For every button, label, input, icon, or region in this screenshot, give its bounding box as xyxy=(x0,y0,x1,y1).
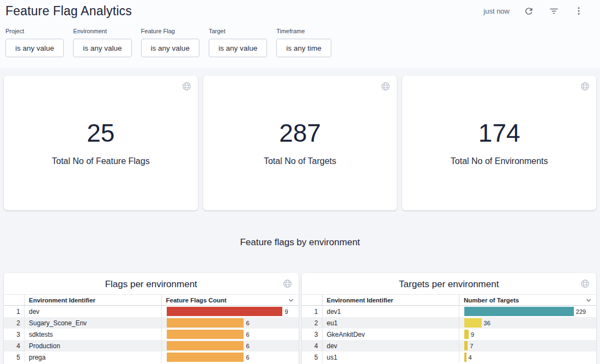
table-row: 3GkeAnkitDev9 xyxy=(302,329,597,340)
table-row: 2eu136 xyxy=(302,317,597,329)
table-body: 1dev92Sugary_Scone_Env63sdktests64Produc… xyxy=(4,306,299,363)
environment-cell[interactable]: dev1 xyxy=(322,306,459,317)
filter-label: Project xyxy=(5,28,64,34)
row-index: 2 xyxy=(302,317,322,329)
value-bar xyxy=(167,353,244,362)
value-label: 6 xyxy=(246,320,249,326)
value-cell[interactable]: 229 xyxy=(459,306,596,317)
table-row: 5prega6 xyxy=(4,351,299,363)
environment-cell[interactable]: GkeAnkitDev xyxy=(322,329,459,340)
value-label: 6 xyxy=(246,354,249,361)
filter-project-button[interactable]: is any value xyxy=(5,39,64,57)
filter-label: Feature Flag xyxy=(141,28,199,34)
table-row: 3sdktests6 xyxy=(4,329,299,340)
kebab-menu-icon[interactable] xyxy=(573,5,585,17)
kpi-card-feature-flags: 25 Total No of Feature Flags xyxy=(4,76,198,210)
table-title: Flags per environment xyxy=(4,273,299,294)
value-bar xyxy=(167,318,244,327)
value-label: 9 xyxy=(471,331,474,338)
row-index: 1 xyxy=(4,306,24,317)
value-label: 9 xyxy=(284,308,288,315)
row-index: 3 xyxy=(4,329,24,340)
value-label: 4 xyxy=(469,354,472,361)
filter-icon[interactable] xyxy=(548,5,560,17)
value-cell[interactable]: 6 xyxy=(161,340,299,351)
row-index: 2 xyxy=(4,317,24,329)
environment-cell[interactable]: dev xyxy=(24,306,161,317)
filter-timeframe-button[interactable]: is any time xyxy=(276,39,331,57)
value-label: 36 xyxy=(484,320,490,326)
value-label: 6 xyxy=(246,331,249,338)
kpi-label: Total No of Targets xyxy=(264,156,336,166)
value-bar xyxy=(464,341,468,350)
value-cell[interactable]: 9 xyxy=(161,306,299,317)
column-header-environment[interactable]: Environment Identifier xyxy=(322,295,459,305)
column-header-count[interactable]: Feature Flags Count xyxy=(161,295,299,305)
value-bar xyxy=(464,353,466,362)
header-actions: just now xyxy=(483,5,595,17)
value-bar xyxy=(167,307,283,316)
environment-cell[interactable]: dev xyxy=(322,340,459,351)
row-index: 5 xyxy=(302,351,322,363)
row-index-header xyxy=(4,295,24,305)
filter-label: Timeframe xyxy=(276,28,331,34)
page-title: Feature Flag Analytics xyxy=(5,4,132,19)
globe-icon xyxy=(580,279,590,290)
dashboard-header: Feature Flag Analytics just now xyxy=(5,2,595,20)
chevron-down-icon[interactable] xyxy=(584,296,593,306)
table-card-flags-per-environment: Flags per environment Environment Identi… xyxy=(4,273,299,364)
environment-cell[interactable]: Sugary_Scone_Env xyxy=(24,317,161,329)
column-header-count[interactable]: Number of Targets xyxy=(459,295,596,305)
kpi-label: Total No of Feature Flags xyxy=(52,156,150,166)
row-index: 4 xyxy=(302,340,322,351)
environment-cell[interactable]: Production xyxy=(24,340,161,351)
kpi-value: 25 xyxy=(87,120,114,145)
kpi-value: 174 xyxy=(478,120,520,145)
value-cell[interactable]: 6 xyxy=(161,329,299,340)
filter-bar: Project is any value Environment is any … xyxy=(5,28,595,57)
table-card-targets-per-environment: Targets per environment Environment Iden… xyxy=(302,273,597,364)
environment-cell[interactable]: us1 xyxy=(322,351,459,363)
refresh-icon[interactable] xyxy=(523,5,535,17)
table-row: 1dev9 xyxy=(4,306,299,317)
row-index-header xyxy=(302,295,322,305)
value-cell[interactable]: 4 xyxy=(459,351,596,363)
value-cell[interactable]: 6 xyxy=(161,317,299,329)
filter-target: Target is any value xyxy=(209,28,267,57)
value-label: 6 xyxy=(246,343,249,349)
filter-target-button[interactable]: is any value xyxy=(209,39,267,57)
filter-label: Target xyxy=(209,28,267,34)
filter-timeframe: Timeframe is any time xyxy=(276,28,331,57)
environment-cell[interactable]: sdktests xyxy=(24,329,161,340)
table-header: Environment Identifier Feature Flags Cou… xyxy=(4,294,299,306)
kpi-label: Total No of Environments xyxy=(451,156,548,166)
value-bar xyxy=(464,318,482,327)
value-label: 229 xyxy=(576,308,586,315)
globe-icon xyxy=(381,82,390,93)
value-bar xyxy=(464,307,574,316)
value-cell[interactable]: 7 xyxy=(459,340,596,351)
section-title: Feature flags by environment xyxy=(0,237,600,248)
row-index: 4 xyxy=(4,340,24,351)
kpi-card-environments: 174 Total No of Environments xyxy=(402,76,596,210)
value-label: 7 xyxy=(470,343,473,349)
tables-row: Flags per environment Environment Identi… xyxy=(0,273,600,364)
row-index: 3 xyxy=(302,329,322,340)
row-index: 5 xyxy=(4,351,24,363)
value-cell[interactable]: 9 xyxy=(459,329,596,340)
value-bar xyxy=(464,330,469,339)
value-cell[interactable]: 36 xyxy=(459,317,596,329)
table-row: 4dev7 xyxy=(302,340,597,351)
value-cell[interactable]: 6 xyxy=(161,351,299,363)
chevron-down-icon[interactable] xyxy=(287,296,295,306)
globe-icon xyxy=(283,279,292,290)
filter-environment: Environment is any value xyxy=(73,28,131,57)
filter-environment-button[interactable]: is any value xyxy=(73,39,131,57)
header-zone: Feature Flag Analytics just now Project … xyxy=(0,0,600,68)
kpi-value: 287 xyxy=(279,120,321,145)
column-header-environment[interactable]: Environment Identifier xyxy=(24,295,161,305)
filter-feature-flag: Feature Flag is any value xyxy=(141,28,199,57)
filter-feature-flag-button[interactable]: is any value xyxy=(141,39,199,57)
environment-cell[interactable]: prega xyxy=(24,351,161,363)
environment-cell[interactable]: eu1 xyxy=(322,317,459,329)
